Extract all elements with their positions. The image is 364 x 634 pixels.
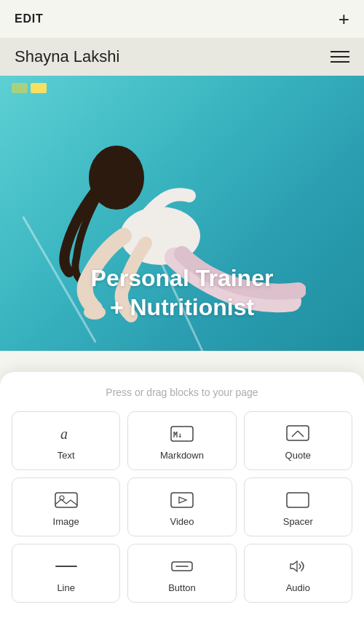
audio-svg [286, 558, 309, 575]
quote-icon [285, 424, 311, 444]
top-bar: EDIT + [0, 0, 364, 38]
svg-rect-11 [287, 493, 309, 507]
block-markdown[interactable]: M↓ Markdown [127, 411, 236, 470]
svg-marker-10 [179, 497, 186, 503]
nav-bar: Shayna Lakshi [0, 38, 364, 76]
image-icon [53, 490, 79, 510]
blocks-grid: a Text M↓ Markdown [12, 411, 352, 603]
block-text-label: Text [58, 450, 75, 461]
block-button[interactable]: Button [127, 544, 236, 603]
svg-rect-7 [55, 493, 77, 507]
video-icon [169, 490, 195, 510]
svg-text:a: a [60, 426, 68, 442]
add-button[interactable]: + [339, 9, 349, 28]
svg-rect-9 [171, 493, 193, 507]
block-button-label: Button [168, 582, 196, 593]
block-markdown-label: Markdown [160, 450, 204, 461]
bottom-panel: Press or drag blocks to your page a Text… [0, 372, 364, 634]
block-audio-label: Audio [286, 582, 310, 593]
image-svg [55, 491, 78, 509]
text-icon: a [53, 424, 79, 444]
panel-hint: Press or drag blocks to your page [12, 387, 352, 398]
button-svg [170, 558, 194, 575]
quote-svg [286, 425, 309, 443]
text-svg: a [55, 425, 78, 443]
spacer-svg [286, 491, 309, 509]
sticky-yellow [31, 83, 47, 93]
video-svg [170, 491, 194, 509]
block-video-label: Video [170, 516, 194, 527]
nav-title: Shayna Lakshi [15, 47, 119, 66]
block-quote[interactable]: Quote [244, 411, 352, 470]
svg-text:M↓: M↓ [173, 431, 182, 439]
hamburger-line [331, 51, 349, 52]
button-icon [169, 556, 195, 576]
sticky-notes [12, 83, 47, 93]
block-audio[interactable]: Audio [244, 544, 352, 603]
svg-marker-15 [290, 561, 297, 571]
block-image[interactable]: Image [12, 478, 120, 536]
hamburger-button[interactable] [331, 51, 349, 63]
block-line-label: Line [57, 582, 75, 593]
block-line[interactable]: Line [12, 544, 120, 603]
block-video[interactable]: Video [127, 478, 236, 536]
markdown-icon: M↓ [169, 424, 195, 444]
hero-heading: Personal Trainer+ Nutritionist [0, 263, 364, 322]
svg-rect-6 [287, 426, 309, 440]
block-image-label: Image [53, 516, 79, 527]
hamburger-line [331, 61, 349, 63]
block-spacer-label: Spacer [283, 516, 313, 527]
spacer-icon [285, 490, 311, 510]
block-spacer[interactable]: Spacer [244, 478, 352, 536]
edit-label: EDIT [15, 12, 44, 25]
hamburger-line [331, 56, 349, 58]
block-text[interactable]: a Text [12, 411, 120, 470]
markdown-svg: M↓ [170, 425, 194, 443]
hero-image: Personal Trainer+ Nutritionist [0, 76, 364, 351]
line-icon [53, 556, 79, 576]
line-svg [55, 558, 78, 575]
audio-icon [285, 556, 311, 576]
block-quote-label: Quote [285, 450, 311, 461]
hero-text: Personal Trainer+ Nutritionist [0, 263, 364, 322]
sticky-green [12, 83, 28, 93]
